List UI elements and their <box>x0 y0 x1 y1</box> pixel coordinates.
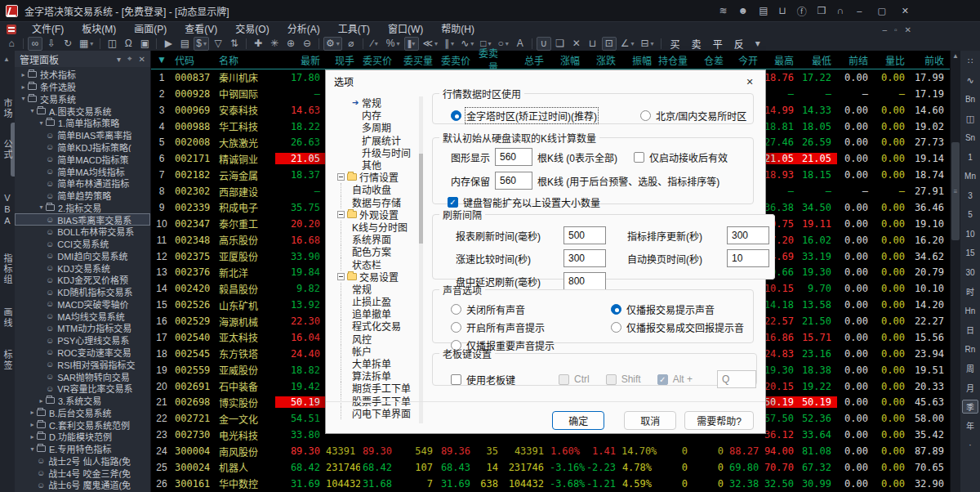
tree-item[interactable]: ☺KDJ交易系统 <box>15 262 150 274</box>
period-button-Hn[interactable]: Hn <box>962 302 978 321</box>
table-row[interactable]: 25300024机器人68.4223174668.4210768.4314231… <box>151 459 950 476</box>
tree-item[interactable]: ☺战士4号 咬金三斧(免 <box>15 467 150 479</box>
tree-item[interactable]: ☺MA均线交易系统 <box>15 310 150 322</box>
tree-item[interactable]: ☺RSI相对强弱指标交 <box>15 358 150 370</box>
kline-chart-icon[interactable]: ◫ <box>962 110 978 129</box>
period-button-·[interactable]: · <box>962 436 978 455</box>
mouse-mode-icon[interactable]: ⌀ <box>344 37 359 51</box>
options-tree-item[interactable]: 止损止盈 <box>334 295 417 307</box>
tree-item[interactable]: ☺战士6号 魔鬼通道(免 <box>15 479 150 491</box>
tree-item[interactable]: ▸B.后台交易系统 <box>15 406 150 418</box>
menu-item[interactable]: 画面(P) <box>125 22 176 37</box>
rss-icon[interactable]: ≋ <box>719 5 727 16</box>
period-button-时[interactable]: 时 <box>962 282 978 302</box>
link-icon[interactable]: ∞ <box>28 37 42 51</box>
tree-item[interactable]: ☺MACD突破零轴价 <box>15 298 150 311</box>
tree-item[interactable]: ☺VR容量比率交易系 <box>15 382 150 395</box>
tools-icon[interactable]: ✳ <box>267 37 282 51</box>
column-header[interactable]: 前结 <box>837 53 874 67</box>
tree-item[interactable]: ▾A.图表交易系统 <box>15 105 150 117</box>
options-tree-item[interactable]: 期货手工下单 <box>334 382 417 394</box>
tree-item[interactable]: ▸D.功能模块范例 <box>15 431 150 443</box>
memory-kline-count-input[interactable] <box>495 172 532 190</box>
refresh-input[interactable] <box>727 249 769 267</box>
period-button-1[interactable]: 1 <box>962 148 978 168</box>
trash-icon[interactable]: ⊔ <box>586 37 600 51</box>
modifier-checkbox[interactable] <box>559 374 569 385</box>
sell-button[interactable]: 卖 <box>687 37 706 51</box>
support-icon[interactable]: ∩ <box>837 5 844 16</box>
bar-chart-icon[interactable]: ◫ <box>105 37 119 51</box>
only-after-receive-checkbox[interactable] <box>634 152 644 163</box>
tree-item[interactable]: ☺简单MACD指标策 <box>15 153 150 165</box>
alert-bell-icon[interactable]: Ω <box>121 37 136 51</box>
ok-button[interactable]: 确定 <box>552 411 604 430</box>
save-layout-icon[interactable]: ⊟▾ <box>639 37 657 51</box>
side-tab-公式[interactable]: 公式 <box>2 139 13 160</box>
user-icon[interactable]: ☻ <box>737 5 748 16</box>
column-header[interactable]: 涨幅 <box>550 53 586 67</box>
tree-item[interactable]: ☺BOLL布林带交易系 <box>15 226 150 238</box>
lock-icon[interactable]: ⊡ <box>602 37 617 51</box>
close-button[interactable]: ✕ <box>899 6 911 16</box>
tree-item[interactable]: ☺战士2号 仙人指路(免 <box>15 455 150 467</box>
period-button-年[interactable]: 年 <box>962 416 978 436</box>
menu-item[interactable]: 文件(F) <box>23 22 73 37</box>
boss-key-input[interactable] <box>717 370 756 388</box>
side-tab-市场[interactable]: 市场 <box>2 98 13 119</box>
angle-icon[interactable]: ∠▾ <box>618 37 637 51</box>
period-button-Rn[interactable]: Rn <box>962 340 978 360</box>
menu-item[interactable]: 交易(O) <box>226 22 278 37</box>
filter-icon[interactable]: ▽ <box>211 37 225 51</box>
restore-button[interactable]: ▢ <box>875 6 888 16</box>
play-icon[interactable]: ▶ <box>161 37 176 51</box>
period-button-30[interactable]: 30 <box>962 263 978 283</box>
sound-radio[interactable] <box>611 304 621 315</box>
menu-item[interactable]: 帮助(H) <box>432 22 483 37</box>
options-tree-item[interactable]: 追单撤单 <box>334 307 417 320</box>
tree-item[interactable]: ☺SAR抛物转向交易 <box>15 370 150 382</box>
options-tree-item[interactable]: 多周期 <box>334 121 417 133</box>
trendline-icon[interactable]: ∕▾ <box>368 37 382 51</box>
options-tree-item[interactable]: 自动收盘 <box>334 183 417 195</box>
scroll-up-icon[interactable]: ▲ <box>951 52 960 60</box>
vertical-grid-icon[interactable]: ||||▾ <box>404 37 419 51</box>
expand-collapse-icon[interactable] <box>337 211 345 218</box>
chart-kline-count-input[interactable] <box>495 148 532 166</box>
scrollbar-thumb[interactable]: ≡ <box>951 142 960 240</box>
options-tree-item[interactable]: 算法拆单 <box>334 369 417 382</box>
side-tab-VBA[interactable]: VBA <box>2 193 13 227</box>
grid-layout-icon[interactable]: ▦▾ <box>77 37 96 51</box>
column-header[interactable]: 持仓量 <box>657 53 693 67</box>
trade-more-icon[interactable]: ▾ <box>751 37 765 51</box>
scrollbar-thumb[interactable] <box>419 154 423 244</box>
options-tree-item[interactable]: 数据与存储 <box>334 196 417 208</box>
tree-item[interactable]: ☺CCI交易系统 <box>15 238 150 250</box>
menu-item[interactable]: 查看(V) <box>176 22 226 37</box>
table-row[interactable]: 26300161华中数控31.6910443231.68731.69638104… <box>151 476 950 492</box>
options-tree-item[interactable]: 内存 <box>334 109 417 121</box>
forum-icon[interactable]: ⓕ <box>797 4 807 18</box>
tree-item[interactable]: ☺简单BIAS乖离率指 <box>15 129 150 141</box>
period-button-日[interactable]: 日 <box>962 320 978 340</box>
share-icon[interactable]: ❒ <box>817 5 826 16</box>
refresh-icon[interactable]: ↻ <box>60 37 75 51</box>
period-button-3[interactable]: 3 <box>962 186 978 206</box>
menu-item[interactable]: 窗口(W) <box>379 22 432 37</box>
buy-button[interactable]: 买 <box>666 37 685 51</box>
mdi-close-button[interactable]: ✕ <box>905 25 911 34</box>
side-tab-指标组[interactable]: 指标组 <box>2 253 13 285</box>
period-button-15[interactable]: 15 <box>962 244 978 263</box>
table-scrollbar[interactable]: ▲ ≡ <box>950 51 960 492</box>
move-icon[interactable]: ✚ <box>251 37 265 51</box>
column-header[interactable]: 涨跌 <box>586 53 621 67</box>
help-button[interactable]: 需要帮助? <box>684 411 754 430</box>
text-label-icon[interactable]: A <box>513 37 528 51</box>
tree-item[interactable]: ▸条件选股 <box>15 81 150 93</box>
menu-item[interactable]: 板块(M) <box>73 22 125 37</box>
sound-radio[interactable] <box>451 322 461 333</box>
menu-item[interactable]: 分析(A) <box>278 22 329 37</box>
options-tree-item[interactable]: ➔常规 <box>334 96 417 109</box>
options-tree-item[interactable]: 交易设置 <box>334 271 417 283</box>
tree-item[interactable]: ▾交易系统 <box>15 93 150 105</box>
